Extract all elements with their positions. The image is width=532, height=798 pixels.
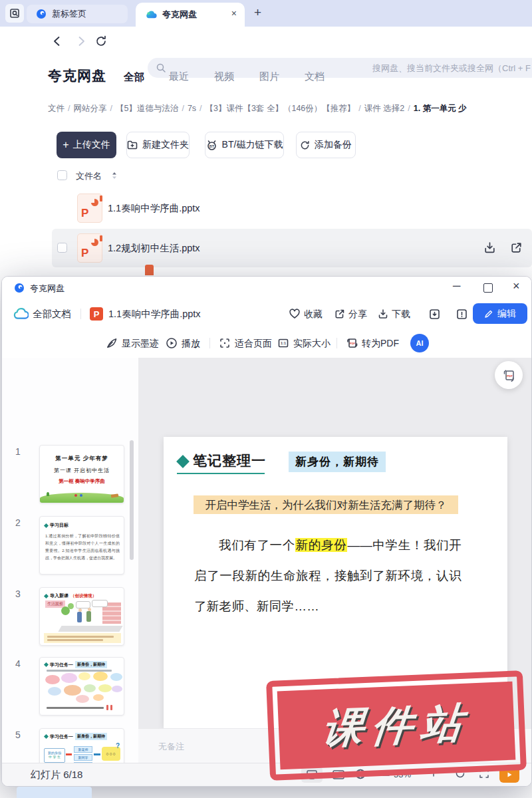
diamond-icon [44, 662, 49, 667]
fit-page-icon[interactable] [219, 337, 231, 349]
close-button[interactable]: × [513, 279, 520, 293]
breadcrumb-item[interactable]: 文件 [48, 104, 65, 113]
tab-new-page[interactable]: 新标签页 [27, 5, 128, 23]
download-icon[interactable] [483, 241, 497, 255]
share-button[interactable]: 分享 [348, 309, 367, 321]
thumbnail-scrollbar[interactable] [130, 440, 134, 560]
breadcrumb-item[interactable]: 网站分享 [73, 104, 106, 113]
tab-document[interactable]: 文档 [305, 70, 325, 83]
download-button[interactable]: 下载 [392, 309, 410, 321]
thumb-header: 学习目标 [45, 522, 68, 529]
search-placeholder: 搜网盘、搜当前文件夹或搜全网（Ctrl + F [372, 63, 531, 74]
stamp-inner: 课件站 [277, 682, 516, 770]
divider [336, 338, 337, 348]
back-icon[interactable] [51, 35, 64, 48]
file-row-hovered[interactable]: P 1.2规划初中生活.pptx [52, 229, 532, 267]
svg-text:PDF: PDF [350, 342, 356, 345]
pen-icon [484, 309, 493, 319]
floating-convert-pdf-button[interactable]: PDF [495, 361, 523, 389]
search-input[interactable]: 搜网盘、搜当前文件夹或搜全网（Ctrl + F [148, 58, 532, 78]
bt-magnet-button[interactable]: BT BT/磁力链下载 [205, 132, 284, 158]
ai-assistant-button[interactable]: AI [410, 334, 429, 352]
svg-text:PDF: PDF [507, 374, 513, 378]
share-icon[interactable] [334, 308, 346, 320]
breadcrumb-item[interactable]: 课件 选择2 [364, 104, 404, 113]
diamond-icon [176, 455, 190, 468]
tab-all[interactable]: 全部 [124, 70, 144, 84]
refresh-icon[interactable] [94, 35, 108, 48]
feedback-icon[interactable] [456, 308, 468, 321]
breadcrumb-item[interactable]: 【3】课件【3套 全】（146份）【推荐】 [205, 104, 356, 113]
forward-icon[interactable] [74, 35, 88, 48]
upload-button[interactable]: + 上传文件 [57, 132, 116, 158]
plus-icon: + [63, 139, 68, 151]
open-external-icon[interactable] [509, 241, 523, 255]
backup-label: 添加备份 [315, 139, 352, 151]
notes-placeholder: 无备注 [158, 741, 184, 753]
play-icon[interactable] [166, 337, 178, 349]
slide-thumbnail-4[interactable]: 学习任务一 新身份，新期待 [39, 657, 124, 716]
word-bubble [98, 684, 112, 692]
upload-label: 上传文件 [73, 139, 110, 151]
ink-feather-icon[interactable] [106, 337, 118, 349]
tab-image[interactable]: 图片 [259, 70, 279, 83]
edit-button[interactable]: 编辑 [473, 303, 527, 324]
question-mark: ? [116, 742, 120, 749]
minimize-button[interactable]: ─ [453, 280, 460, 292]
tab-recent[interactable]: 最近 [169, 70, 189, 83]
file-name[interactable]: 1.2规划初中生活.pptx [108, 242, 200, 255]
slide-thumbnail-panel: 1 第一单元 少年有梦 第一课 开启初中生活 第一框 奏响中学序曲 2 学习目标… [2, 358, 139, 763]
fit-page-button[interactable]: 适合页面 [235, 338, 272, 350]
window-search-button[interactable] [5, 4, 24, 23]
select-all-checkbox[interactable] [57, 170, 67, 180]
thumb-title: 导入新课 [50, 593, 68, 599]
title-underline [177, 473, 265, 474]
file-row[interactable]: P 1.1奏响中学序曲.pptx [52, 189, 532, 227]
new-tab-plus-icon[interactable]: + [254, 5, 261, 20]
file-name-header: 文件名 [76, 170, 102, 182]
diagram-left-box: 新的身份 中 学 生 [44, 748, 65, 763]
slide-number: 3 [15, 589, 21, 599]
breadcrumb-item[interactable]: 【5】道德与法治 [116, 104, 178, 113]
breadcrumb-item[interactable]: 7s [188, 104, 196, 113]
row-checkbox[interactable] [57, 243, 67, 253]
watermark-stamp: 课件站 [266, 670, 527, 781]
thumb-caption-box [44, 633, 121, 643]
tab-quark-drive[interactable]: 夸克网盘 × [136, 3, 245, 27]
backup-sync-icon [300, 140, 310, 150]
actual-size-button[interactable]: 实际大小 [293, 338, 331, 350]
slide-thumbnail-2[interactable]: 学习目标 1.通过案例分析，了解初中阶段独特价值和意义，懂得初中阶段对个人一生成… [39, 516, 124, 575]
play-button[interactable]: 播放 [182, 338, 200, 350]
convert-pdf-icon[interactable]: PDF [346, 336, 358, 349]
window-title-bar[interactable]: 夸克网盘 ─ × [2, 277, 531, 299]
tab-video[interactable]: 视频 [214, 70, 234, 83]
pptx-file-icon: P [77, 194, 102, 223]
new-folder-label: 新建文件夹 [142, 139, 189, 151]
all-docs-button[interactable]: 全部文档 [33, 308, 71, 321]
save-to-drive-icon[interactable] [428, 308, 441, 321]
download-icon[interactable] [377, 308, 389, 320]
convert-pdf-button[interactable]: 转为PDF [362, 338, 399, 350]
show-ink-button[interactable]: 显示墨迹 [122, 338, 159, 350]
file-name[interactable]: 1.1奏响中学序曲.pptx [108, 202, 200, 215]
view-toolbar: 显示墨迹 播放 适合页面 1:1 实际大小 PDF 转为PDF [2, 329, 531, 358]
figure-dot [74, 494, 77, 497]
add-backup-button[interactable]: 添加备份 [296, 132, 356, 158]
thumb-header: 学习任务一 新身份，新期待 [45, 661, 107, 668]
quark-browser-icon [36, 9, 47, 19]
favorite-button[interactable]: 收藏 [304, 309, 323, 321]
thumb1-line1: 第一单元 少年有梦 [40, 455, 124, 463]
slide-thumbnail-1[interactable]: 第一单元 少年有梦 第一课 开启初中生活 第一框 奏响中学序曲 [39, 445, 124, 503]
new-folder-button[interactable]: 新建文件夹 [126, 132, 190, 158]
sort-icon[interactable] [112, 172, 117, 180]
slide-thumbnail-3[interactable]: 导入新课 （创设情境） 生活观察 [39, 587, 124, 646]
word-bubble [78, 672, 90, 680]
thumb-body-text: 1.通过案例分析，了解初中阶段独特价值和意义，懂得初中阶段对个人一生成长的重要性… [45, 533, 120, 573]
actual-size-icon[interactable]: 1:1 [277, 337, 289, 349]
word-bubble [93, 672, 108, 681]
maximize-button[interactable] [483, 283, 493, 293]
favorite-heart-icon[interactable] [289, 308, 301, 320]
tab-close-icon[interactable]: × [231, 8, 237, 19]
thumb-title: 学习任务一 [50, 733, 73, 740]
thumb-tag: （创设情境） [70, 593, 96, 599]
